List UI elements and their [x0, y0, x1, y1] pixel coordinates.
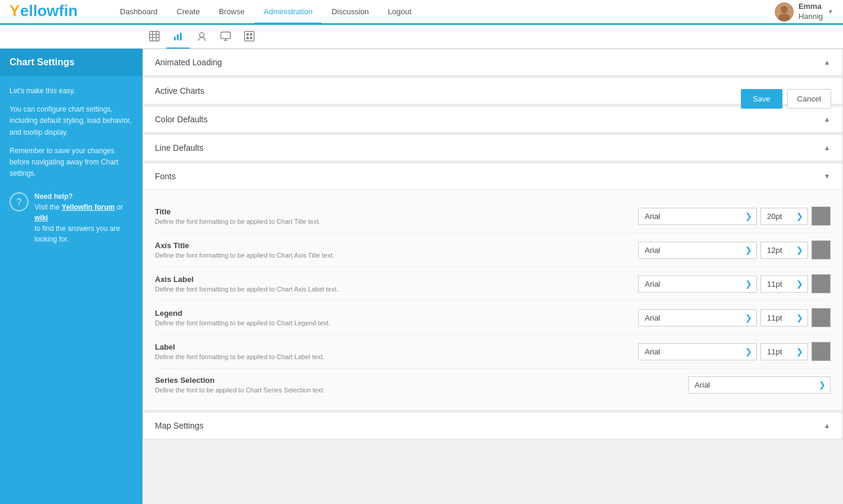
- font-size-select-container-legend: 11pt12pt14pt ❯: [760, 309, 808, 327]
- font-size-select-title[interactable]: 20pt11pt12pt14pt: [760, 208, 808, 225]
- section-active-charts-header[interactable]: Active Charts ▲: [143, 78, 842, 104]
- section-line-defaults: Line Defaults ▲: [142, 134, 843, 161]
- font-family-select-legend[interactable]: ArialHelvetica: [638, 309, 757, 327]
- sub-tab-chart[interactable]: [166, 25, 190, 49]
- section-animated-loading-arrow: ▲: [823, 58, 831, 66]
- sidebar-body: Let's make this easy. You can configure …: [0, 76, 142, 254]
- font-name-axis-label: Axis Label: [155, 275, 638, 284]
- font-name-title: Title: [155, 207, 638, 216]
- sub-tab-bar: [0, 25, 843, 49]
- sidebar-title: Chart Settings: [0, 49, 142, 76]
- font-controls-title: ArialHelveticaTimes New Roman ❯ 20pt11pt…: [638, 207, 831, 226]
- section-map-settings-arrow: ▲: [823, 421, 831, 430]
- section-active-charts: Active Charts ▲: [142, 77, 843, 104]
- sub-tab-report[interactable]: [190, 25, 214, 49]
- help-text: Need help? Visit the Yellowfin forum or …: [34, 191, 133, 245]
- action-buttons: Save Cancel: [741, 89, 831, 109]
- nav-browse[interactable]: Browse: [210, 0, 254, 24]
- section-map-settings-header[interactable]: Map Settings ▲: [143, 413, 842, 439]
- nav-dashboard[interactable]: Dashboard: [110, 0, 167, 24]
- font-color-swatch-label[interactable]: [812, 342, 831, 361]
- font-desc-label: Define the font formatting to be applied…: [155, 353, 638, 360]
- nav-create[interactable]: Create: [167, 0, 210, 24]
- font-size-select-label[interactable]: 11pt12pt14pt: [760, 343, 808, 360]
- font-family-select-label[interactable]: ArialHelvetica: [638, 343, 757, 360]
- font-label-area-label: Label Define the font formatting to be a…: [155, 343, 638, 360]
- avatar: [775, 2, 794, 21]
- font-family-select-axis-label[interactable]: ArialHelvetica: [638, 275, 757, 293]
- font-size-select-container-axis-title: 12pt11pt14pt ❯: [760, 242, 808, 259]
- font-desc-axis-title: Define the font formatting to be applied…: [155, 252, 638, 259]
- section-color-defaults-title: Color Defaults: [155, 115, 208, 124]
- svg-rect-10: [174, 37, 176, 40]
- font-name-legend: Legend: [155, 309, 638, 318]
- sub-tab-table[interactable]: [142, 25, 166, 49]
- font-family-select-container-series-selection: ArialHelvetica ❯: [688, 376, 831, 394]
- nav-discussion[interactable]: Discussion: [322, 0, 378, 24]
- font-row-title: Title Define the font formatting to be a…: [155, 199, 831, 233]
- font-label-area-title: Title Define the font formatting to be a…: [155, 207, 638, 225]
- section-fonts: Fonts ▼ Title Define the font formatting…: [142, 163, 843, 411]
- font-controls-axis-title: ArialHelvetica ❯ 12pt11pt14pt ❯: [638, 240, 831, 259]
- sidebar: Chart Settings Let's make this easy. You…: [0, 49, 142, 504]
- svg-rect-12: [180, 33, 182, 40]
- font-row-axis-title: Axis Title Define the font formatting to…: [155, 233, 831, 267]
- section-fonts-arrow: ▼: [823, 172, 831, 180]
- wiki-link[interactable]: wiki: [34, 214, 48, 222]
- yellowfin-forum-link[interactable]: Yellowfin forum: [62, 203, 115, 211]
- section-color-defaults-arrow: ▲: [823, 115, 831, 123]
- font-family-select-series-selection[interactable]: ArialHelvetica: [688, 376, 831, 394]
- nav-administration[interactable]: Administration: [254, 0, 322, 24]
- font-family-select-container-legend: ArialHelvetica ❯: [638, 309, 757, 327]
- sidebar-desc1: You can configure chart settings, includ…: [9, 104, 133, 138]
- svg-rect-19: [250, 33, 252, 36]
- font-size-select-axis-label[interactable]: 11pt12pt14pt: [760, 275, 808, 293]
- font-family-select-title[interactable]: ArialHelveticaTimes New Roman: [638, 208, 757, 225]
- section-fonts-content: Title Define the font formatting to be a…: [143, 189, 842, 410]
- svg-rect-5: [150, 31, 159, 41]
- logo: Y ellowfin: [9, 2, 93, 21]
- font-color-swatch-axis-label[interactable]: [812, 274, 831, 293]
- section-color-defaults-header[interactable]: Color Defaults ▲: [143, 106, 842, 132]
- section-line-defaults-arrow: ▲: [823, 144, 831, 152]
- font-family-select-axis-title[interactable]: ArialHelvetica: [638, 242, 757, 259]
- user-dropdown-arrow[interactable]: ▼: [828, 8, 834, 15]
- font-size-select-container-label: 11pt12pt14pt ❯: [760, 343, 808, 360]
- font-desc-axis-label: Define the font formatting to be applied…: [155, 286, 638, 293]
- sub-tab-layout[interactable]: [237, 25, 261, 49]
- top-navigation-bar: Y ellowfin Dashboard Create Browse Admin…: [0, 0, 843, 25]
- font-color-swatch-legend[interactable]: [812, 308, 831, 327]
- font-family-select-container-axis-label: ArialHelvetica ❯: [638, 275, 757, 293]
- font-desc-series-selection: Define the font to be applied to Chart S…: [155, 386, 688, 394]
- font-color-swatch-axis-title[interactable]: [812, 240, 831, 259]
- font-family-select-container-label: ArialHelvetica ❯: [638, 343, 757, 360]
- svg-text:ellowfin: ellowfin: [20, 2, 78, 20]
- help-suffix: to find the answers you are looking for.: [34, 224, 120, 243]
- section-animated-loading-header[interactable]: Animated Loading ▲: [143, 49, 842, 75]
- font-name-label: Label: [155, 343, 638, 351]
- font-label-area-legend: Legend Define the font formatting to be …: [155, 309, 638, 327]
- sub-tab-display[interactable]: [214, 25, 237, 49]
- help-icon: ?: [9, 192, 28, 211]
- user-name-display: Emma Hannig: [798, 2, 823, 22]
- user-area: Emma Hannig ▼: [775, 2, 834, 22]
- main-navigation: Dashboard Create Browse Administration D…: [110, 0, 775, 24]
- svg-rect-17: [245, 31, 254, 41]
- nav-logout[interactable]: Logout: [378, 0, 421, 24]
- save-button[interactable]: Save: [741, 89, 782, 109]
- font-color-swatch-title[interactable]: [812, 207, 831, 226]
- font-row-label: Label Define the font formatting to be a…: [155, 335, 831, 369]
- svg-rect-14: [221, 32, 230, 39]
- font-size-select-axis-title[interactable]: 12pt11pt14pt: [760, 242, 808, 259]
- font-size-select-legend[interactable]: 11pt12pt14pt: [760, 309, 808, 327]
- help-section: ? Need help? Visit the Yellowfin forum o…: [9, 191, 133, 245]
- font-row-series-selection: Series Selection Define the font to be a…: [155, 369, 831, 401]
- section-line-defaults-header[interactable]: Line Defaults ▲: [143, 135, 842, 161]
- font-row-axis-label: Axis Label Define the font formatting to…: [155, 267, 831, 301]
- font-row-legend: Legend Define the font formatting to be …: [155, 301, 831, 335]
- section-fonts-header[interactable]: Fonts ▼: [143, 163, 842, 189]
- svg-rect-18: [246, 33, 249, 36]
- font-label-area-axis-title: Axis Title Define the font formatting to…: [155, 241, 638, 259]
- svg-rect-11: [177, 34, 179, 40]
- cancel-button[interactable]: Cancel: [787, 89, 831, 109]
